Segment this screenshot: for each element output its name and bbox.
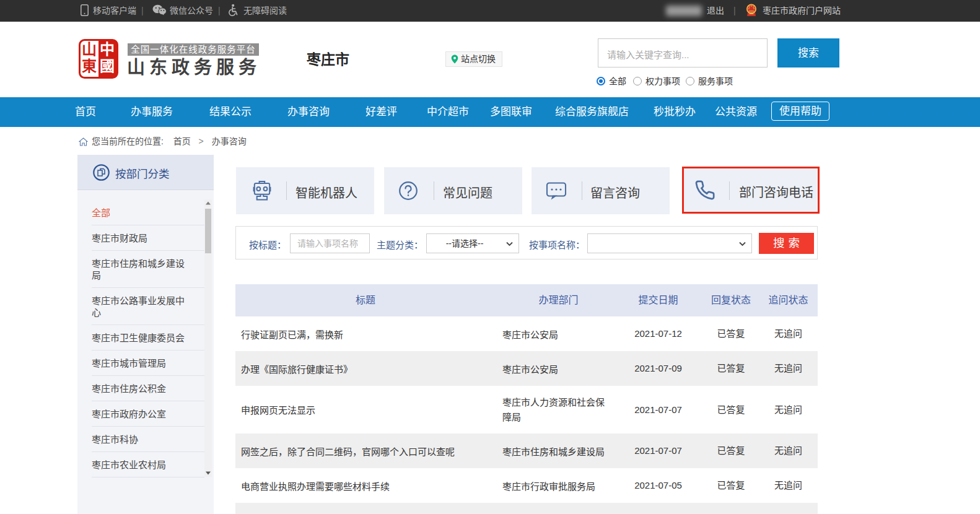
svg-text:東: 東 (82, 58, 97, 74)
svg-text:中: 中 (100, 41, 115, 58)
svg-text:國: 國 (100, 58, 115, 74)
svg-text:山: 山 (82, 41, 97, 58)
